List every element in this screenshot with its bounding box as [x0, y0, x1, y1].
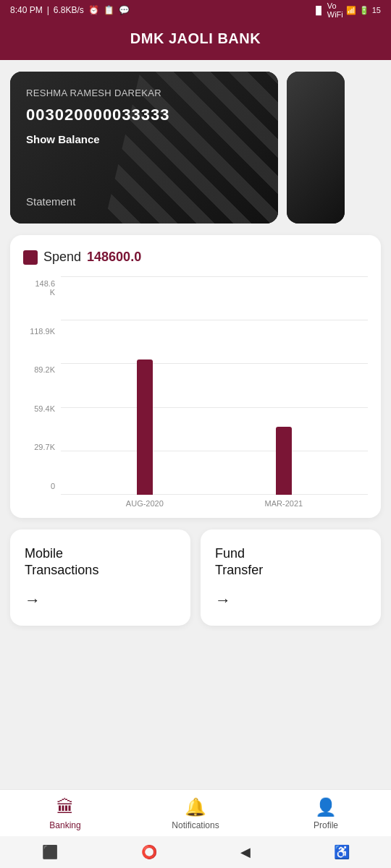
status-left: 8:40 PM | 6.8KB/s ⏰ 📋 💬 — [10, 5, 130, 15]
nav-banking[interactable]: 🏛 Banking — [0, 797, 130, 830]
system-nav: ⬛ ⭕ ◀ ♿ — [0, 836, 391, 868]
chart-x-axis: AUG-2020 MAR-2021 — [61, 495, 368, 508]
vo-wifi-label: VoWiFi — [327, 1, 343, 19]
accessibility-button[interactable]: ♿ — [334, 844, 350, 860]
banking-label: Banking — [49, 820, 80, 830]
y-label-5: 148.6K — [23, 279, 61, 297]
nav-notifications[interactable]: 🔔 Notifications — [130, 797, 261, 830]
chart-y-axis: 148.6K 118.9K 89.2K 59.4K 29.7K 0 — [23, 276, 61, 508]
status-network: | — [47, 5, 49, 15]
spend-card: Spend 148600.0 148.6K 118.9K 89.2K 59.4K… — [10, 235, 381, 518]
battery-icon: 🔋 — [359, 6, 369, 15]
whatsapp-icon: 💬 — [119, 5, 130, 15]
sim-icon: 📋 — [104, 5, 114, 15]
bell-icon: 🔔 — [185, 797, 206, 817]
app-header: DMK JAOLI BANK — [0, 20, 391, 60]
y-label-4: 118.9K — [23, 327, 61, 336]
fund-transfer-arrow: → — [215, 591, 366, 610]
status-time: 8:40 PM — [10, 5, 43, 15]
show-balance-button[interactable]: Show Balance — [26, 133, 100, 145]
mobile-transactions-card[interactable]: MobileTransactions → — [10, 529, 190, 626]
x-label-mar: MAR-2021 — [265, 499, 303, 508]
card-partial-preview — [287, 72, 345, 224]
home-button[interactable]: ⭕ — [141, 844, 157, 860]
bar-aug — [137, 359, 153, 495]
main-content: RESHMA RAMESH DAREKAR 003020000033333 Sh… — [0, 60, 391, 637]
alarm-icon: ⏰ — [88, 5, 99, 15]
action-row: MobileTransactions → FundTransfer → — [10, 529, 381, 626]
mobile-transactions-title: MobileTransactions — [25, 545, 176, 579]
battery-level: 15 — [372, 6, 381, 14]
card-statement-link[interactable]: Statement — [26, 195, 262, 208]
chart-area: AUG-2020 MAR-2021 — [61, 276, 368, 508]
profile-label: Profile — [314, 820, 338, 830]
fund-transfer-title: FundTransfer — [215, 545, 366, 579]
status-right: ▐▌ VoWiFi 📶 🔋 15 — [313, 1, 381, 19]
spend-label: Spend — [43, 250, 81, 265]
notifications-label: Notifications — [172, 820, 219, 830]
card-top: RESHMA RAMESH DAREKAR 003020000033333 Sh… — [26, 88, 262, 146]
y-label-2: 59.4K — [23, 404, 61, 413]
mobile-transactions-arrow: → — [25, 591, 176, 610]
signal-icon: ▐▌ — [313, 6, 324, 14]
bars-wrapper — [61, 276, 368, 495]
bank-card[interactable]: RESHMA RAMESH DAREKAR 003020000033333 Sh… — [10, 72, 278, 224]
nav-profile[interactable]: 👤 Profile — [261, 797, 391, 830]
bar-mar — [276, 427, 292, 495]
status-bar: 8:40 PM | 6.8KB/s ⏰ 📋 💬 ▐▌ VoWiFi 📶 🔋 15 — [0, 0, 391, 20]
banking-icon: 🏛 — [56, 797, 74, 817]
back-button[interactable]: ◀ — [240, 844, 251, 860]
bar-mar-2021 — [276, 276, 292, 495]
bottom-nav: 🏛 Banking 🔔 Notifications 👤 Profile — [0, 789, 391, 836]
fund-transfer-card[interactable]: FundTransfer → — [201, 529, 381, 626]
card-carousel: RESHMA RAMESH DAREKAR 003020000033333 Sh… — [10, 72, 381, 224]
y-label-3: 89.2K — [23, 365, 61, 374]
spend-chart: 148.6K 118.9K 89.2K 59.4K 29.7K 0 — [23, 276, 368, 508]
app-title: DMK JAOLI BANK — [130, 30, 261, 46]
card-partial-bg — [287, 72, 345, 224]
card-account-number: 003020000033333 — [26, 106, 262, 124]
bar-aug-2020 — [137, 276, 153, 495]
y-label-1: 29.7K — [23, 443, 61, 451]
status-speed: 6.8KB/s — [54, 5, 84, 15]
spend-header: Spend 148600.0 — [23, 250, 368, 265]
x-label-aug: AUG-2020 — [126, 499, 164, 508]
spend-icon — [23, 250, 38, 265]
card-holder-name: RESHMA RAMESH DAREKAR — [26, 88, 262, 98]
person-icon: 👤 — [315, 797, 337, 817]
y-label-0: 0 — [23, 482, 61, 490]
chart-bars-area — [61, 276, 368, 495]
stop-button[interactable]: ⬛ — [42, 844, 58, 860]
spend-amount: 148600.0 — [87, 250, 141, 265]
wifi-icon: 📶 — [346, 6, 356, 15]
